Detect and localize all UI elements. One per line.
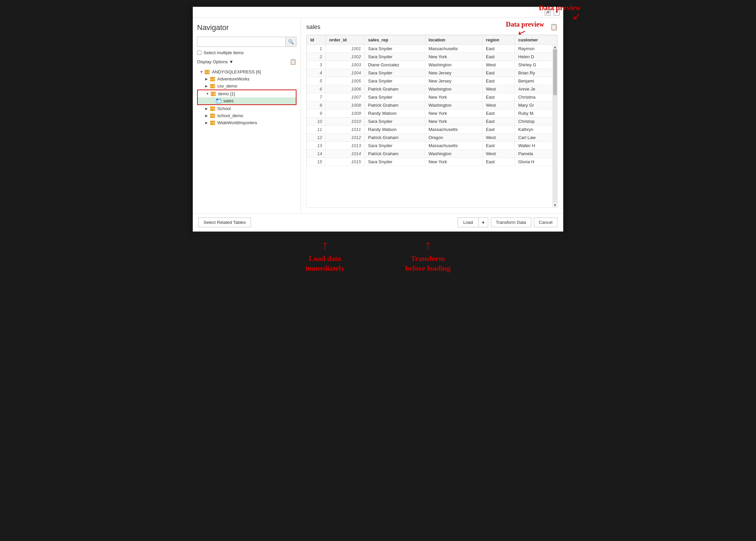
table-icon-sales (216, 99, 222, 103)
transform-annotation-text: Transformbefore loading (405, 254, 451, 273)
preview-export-button[interactable]: 📋 (550, 23, 558, 31)
table-cell: 1014 (326, 150, 365, 158)
footer-left: Select Related Tables (198, 217, 251, 227)
right-panel: Data preview ↙ sales 📋 (301, 18, 563, 213)
table-cell: 12 (307, 134, 326, 142)
table-cell: East (482, 45, 515, 53)
table-cell: 1010 (326, 117, 365, 126)
cancel-button[interactable]: Cancel (534, 217, 558, 227)
annotation-transform: ↑ Transformbefore loading (405, 238, 451, 273)
select-related-button[interactable]: Select Related Tables (198, 217, 251, 227)
table-cell: Raymon (515, 45, 557, 53)
table-cell: Oregon (425, 134, 482, 142)
display-options-button[interactable]: Display Options ▼ (197, 59, 233, 64)
svg-point-23 (214, 109, 214, 110)
table-cell: 6 (307, 85, 326, 93)
chevron-expanded-icon-demo: ▼ (206, 92, 211, 96)
scroll-up-button[interactable]: ▲ (553, 44, 558, 49)
search-button[interactable]: 🔍 (285, 37, 296, 46)
tree-item-schooldemo[interactable]: ▶ school_demo (197, 112, 296, 119)
table-cell: Washington (425, 61, 482, 69)
table-row: 61006Patrick GrahamWashingtonWestAnnie J… (307, 85, 557, 93)
tree-item-csvdemo[interactable]: ▶ csv_demo (197, 82, 296, 90)
table-row: 151015Sara SnyderNew YorkEastGloria H (307, 158, 557, 166)
table-cell: Pamela (515, 150, 557, 158)
table-cell: Randy Watson (365, 109, 425, 117)
table-cell: New York (425, 117, 482, 126)
table-cell: Patrick Graham (365, 101, 425, 109)
load-button-group: Load ▼ (458, 217, 488, 227)
table-cell: Ruby M. (515, 109, 557, 117)
table-cell: Sara Snyder (365, 53, 425, 61)
display-export-icon-button[interactable]: 📋 (290, 59, 296, 65)
table-cell: East (482, 77, 515, 85)
table-cell: 8 (307, 101, 326, 109)
table-cell: West (482, 61, 515, 69)
tree-item-sales[interactable]: sales (198, 97, 296, 104)
table-cell: 1004 (326, 69, 365, 77)
chevron-collapsed-icon-school: ▶ (205, 107, 210, 110)
table-cell: Washington (425, 150, 482, 158)
table-cell: Sara Snyder (365, 69, 425, 77)
table-cell: Massachusetts (425, 142, 482, 150)
db-icon-school (210, 106, 216, 111)
chevron-collapsed-icon-wwi: ▶ (205, 121, 210, 125)
table-cell: 1013 (326, 142, 365, 150)
tree-item-server[interactable]: ▼ ANDY\SQLEXPRESS [6] (197, 68, 296, 75)
table-cell: New Jersey (425, 77, 482, 85)
table-cell: 1007 (326, 93, 365, 101)
table-cell: 1012 (326, 134, 365, 142)
preview-header: sales 📋 (306, 23, 558, 31)
table-cell: 11 (307, 126, 326, 134)
table-cell: Brian Ry (515, 69, 557, 77)
table-cell: Sara Snyder (365, 158, 425, 166)
select-multiple-label[interactable]: Select multiple items (197, 50, 296, 55)
table-cell: West (482, 101, 515, 109)
scroll-down-button[interactable]: ▼ (553, 203, 558, 207)
load-button[interactable]: Load (458, 217, 478, 227)
select-multiple-checkbox[interactable] (197, 50, 201, 55)
table-cell: 9 (307, 109, 326, 117)
table-cell: Helen D (515, 53, 557, 61)
db-icon-csvdemo (210, 84, 216, 89)
chevron-down-icon: ▼ (229, 59, 233, 64)
svg-point-10 (214, 84, 214, 85)
preview-export-icon: 📋 (550, 24, 558, 30)
tree-item-adventureworks[interactable]: ▶ AdventureWorks (197, 75, 296, 82)
scroll-thumb (553, 49, 557, 95)
table-cell: 1002 (326, 53, 365, 61)
data-table: Id order_id sales_rep location region cu… (307, 35, 557, 166)
table-row: 111011Randy WatsonMassachusettsEastKathr… (307, 126, 557, 134)
table-cell: Patrick Graham (365, 150, 425, 158)
svg-point-31 (214, 124, 214, 124)
svg-rect-19 (216, 99, 218, 100)
tree-item-demo[interactable]: ▼ demo [1] (198, 90, 296, 97)
table-row: 41004Sara SnyderNew JerseyEastBrian Ry (307, 69, 557, 77)
table-cell: 4 (307, 69, 326, 77)
tree-label-csvdemo: csv_demo (217, 83, 237, 89)
tree-item-school[interactable]: ▶ School (197, 105, 296, 112)
table-row: 51005Sara SnyderNew JerseyEastBenjami (307, 77, 557, 85)
svg-point-22 (214, 107, 214, 108)
footer: Select Related Tables Load ▼ Transform D… (193, 213, 563, 231)
table-cell: East (482, 93, 515, 101)
navigator-title: Navigator (197, 23, 296, 32)
close-button[interactable]: ✕ (554, 9, 560, 15)
table-cell: 15 (307, 158, 326, 166)
table-row: 71007Sara SnyderNew YorkEastChristina (307, 93, 557, 101)
chevron-collapsed-icon-2: ▶ (205, 84, 210, 88)
svg-point-30 (214, 121, 214, 122)
search-box: 🔍 (197, 37, 296, 47)
search-input[interactable] (197, 38, 285, 46)
col-header-sales-rep: sales_rep (365, 35, 425, 45)
table-cell: East (482, 126, 515, 134)
table-cell: Kathryn (515, 126, 557, 134)
tree-item-wideworldimporters[interactable]: ▶ WideWorldImporters (197, 119, 296, 126)
minimize-button[interactable]: 🗗 (545, 9, 551, 15)
table-cell: East (482, 69, 515, 77)
table-cell: 1003 (326, 61, 365, 69)
transform-data-button[interactable]: Transform Data (491, 217, 531, 227)
tree-label-server: ANDY\SQLEXPRESS [6] (212, 69, 261, 74)
load-dropdown-button[interactable]: ▼ (478, 217, 488, 227)
vertical-scrollbar[interactable]: ▲ ▼ (553, 44, 557, 207)
